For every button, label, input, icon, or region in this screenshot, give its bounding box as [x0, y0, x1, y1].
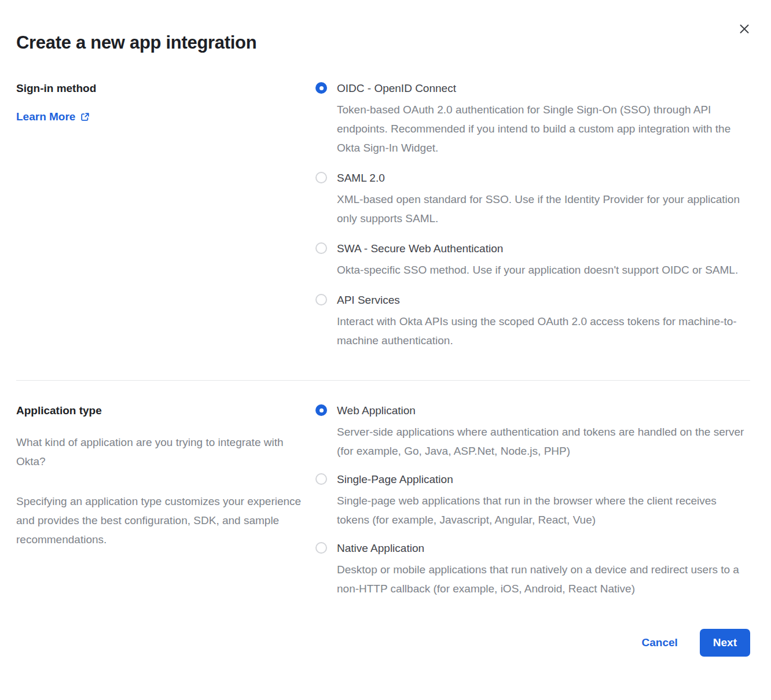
option-label: Web Application [337, 404, 750, 417]
option-description: Okta-specific SSO method. Use if your ap… [337, 260, 738, 279]
learn-more-link[interactable]: Learn More [16, 110, 90, 123]
option-description: Server-side applications where authentic… [337, 422, 750, 460]
signin-method-section: Sign-in method Learn More OIDC - OpenID … [16, 82, 750, 350]
option-description: Interact with Okta APIs using the scoped… [337, 312, 750, 350]
learn-more-label: Learn More [16, 110, 75, 123]
radio-option-single-page-application[interactable]: Single-Page Application Single-page web … [315, 473, 750, 529]
option-label: API Services [337, 293, 750, 307]
radio-option-swa[interactable]: SWA - Secure Web Authentication Okta-spe… [315, 242, 750, 279]
dialog-title: Create a new app integration [16, 32, 750, 53]
option-description: Single-page web applications that run in… [337, 491, 750, 529]
radio-selected-icon[interactable] [315, 82, 327, 94]
radio-option-native-application[interactable]: Native Application Desktop or mobile app… [315, 541, 750, 598]
radio-unselected-icon[interactable] [315, 473, 327, 485]
option-description: Desktop or mobile applications that run … [337, 560, 750, 598]
radio-unselected-icon[interactable] [315, 294, 327, 305]
application-type-options: Web Application Server-side applications… [315, 404, 750, 598]
application-type-question: What kind of application are you trying … [16, 433, 302, 471]
option-label: Native Application [337, 541, 750, 555]
option-label: OIDC - OpenID Connect [337, 82, 750, 95]
radio-selected-icon[interactable] [315, 404, 327, 416]
create-app-integration-dialog: Create a new app integration Sign-in met… [0, 0, 771, 700]
application-type-section: Application type What kind of applicatio… [16, 404, 750, 598]
next-button[interactable]: Next [700, 629, 750, 657]
dialog-footer: Cancel Next [16, 629, 750, 684]
radio-option-api-services[interactable]: API Services Interact with Okta APIs usi… [315, 293, 750, 350]
radio-option-web-application[interactable]: Web Application Server-side applications… [315, 404, 750, 460]
option-description: Token-based OAuth 2.0 authentication for… [337, 100, 750, 157]
cancel-button[interactable]: Cancel [642, 636, 678, 649]
signin-method-heading: Sign-in method [16, 82, 302, 95]
application-type-heading: Application type [16, 404, 302, 417]
option-label: SAML 2.0 [337, 171, 750, 185]
section-divider [16, 380, 750, 381]
close-button[interactable] [736, 21, 752, 37]
radio-option-oidc[interactable]: OIDC - OpenID Connect Token-based OAuth … [315, 82, 750, 157]
radio-unselected-icon[interactable] [315, 242, 327, 254]
radio-unselected-icon[interactable] [315, 172, 327, 183]
close-icon [739, 23, 750, 35]
external-link-icon [80, 112, 90, 121]
radio-option-saml[interactable]: SAML 2.0 XML-based open standard for SSO… [315, 171, 750, 228]
radio-unselected-icon[interactable] [315, 542, 327, 554]
option-label: SWA - Secure Web Authentication [337, 242, 738, 255]
signin-method-options: OIDC - OpenID Connect Token-based OAuth … [315, 82, 750, 350]
option-description: XML-based open standard for SSO. Use if … [337, 190, 750, 228]
option-label: Single-Page Application [337, 473, 750, 486]
application-type-explanation: Specifying an application type customize… [16, 492, 302, 549]
